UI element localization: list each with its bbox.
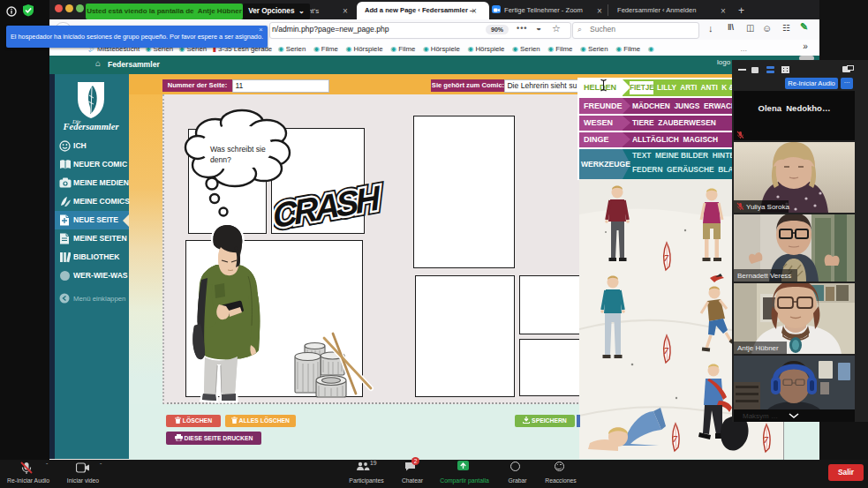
svg-text:Bernadett Veress: Bernadett Veress bbox=[737, 272, 791, 280]
svg-text:Antje Hübner: Antje Hübner bbox=[737, 344, 779, 352]
svg-text:Maksym …: Maksym … bbox=[743, 412, 778, 420]
svg-text:Was schreibt sie: Was schreibt sie bbox=[210, 145, 266, 154]
svg-text:Federsammler: Federsammler bbox=[63, 122, 120, 131]
svg-text:Die: Die bbox=[72, 118, 81, 124]
svg-text:CRASH: CRASH bbox=[274, 178, 381, 236]
svg-text:Yuliya Soroka: Yuliya Soroka bbox=[746, 203, 789, 211]
svg-text:denn?: denn? bbox=[210, 155, 231, 164]
